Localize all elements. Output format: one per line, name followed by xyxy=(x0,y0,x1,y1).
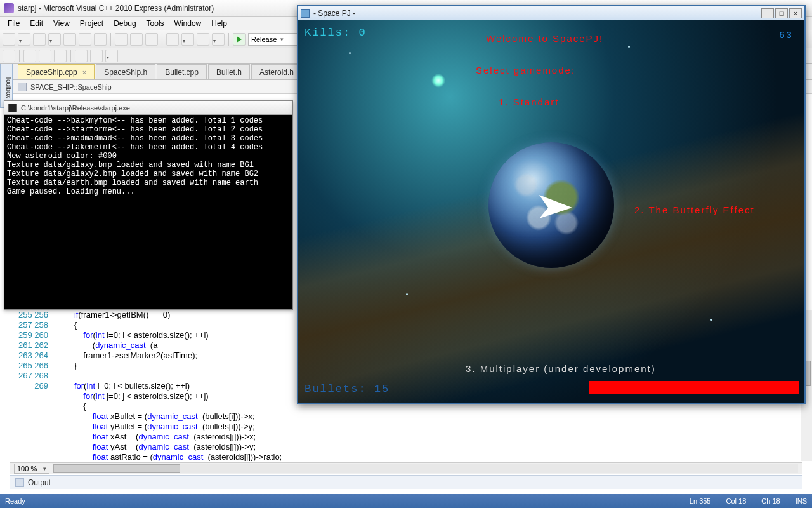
start-debug-button[interactable] xyxy=(233,33,246,46)
player-ship xyxy=(533,185,577,230)
tab-close-icon[interactable]: × xyxy=(82,69,86,76)
star xyxy=(628,46,630,48)
star xyxy=(406,293,408,295)
tool-btn[interactable] xyxy=(23,50,36,62)
game-title-text: - Space PJ - xyxy=(313,9,355,18)
tab-label: SpaceShip.h xyxy=(104,68,147,77)
output-icon xyxy=(15,478,24,487)
line-gutter: 255 256 257 258 259 260 261 262 263 264 … xyxy=(18,310,53,461)
star xyxy=(710,319,712,321)
tab-label: Bullet.h xyxy=(216,68,242,77)
console-window: C:\kondr1\starpj\Release\starpj.exe Chea… xyxy=(4,100,293,310)
editor-hscrollbar[interactable] xyxy=(53,464,798,473)
menu-project[interactable]: Project xyxy=(75,18,108,29)
game-icon xyxy=(301,9,310,18)
hud-bullets: Bullets: 15 xyxy=(304,383,390,395)
menu-tools[interactable]: Tools xyxy=(141,18,169,29)
ide-title-text: starpj - Microsoft Visual C++ 2010 Expre… xyxy=(18,4,214,13)
menu-edit[interactable]: Edit xyxy=(25,18,48,29)
game-viewport[interactable]: Kills: 0 63 Bullets: 15 Welcome to Space… xyxy=(298,20,804,403)
tab-bullet-h[interactable]: Bullet.h xyxy=(208,64,250,79)
separator xyxy=(70,50,71,62)
game-window: - Space PJ - _ □ × Kills: 0 63 Bullets: … xyxy=(297,5,806,404)
paste-button[interactable] xyxy=(145,33,158,46)
console-output: Cheat-code -->backmyfon<-- has been adde… xyxy=(4,115,292,309)
save-button[interactable] xyxy=(79,33,91,46)
indent-button[interactable] xyxy=(75,50,88,62)
add-dropdown[interactable] xyxy=(48,33,61,46)
scope-text: SPACE_SHIP::SpaceShip xyxy=(30,83,112,91)
copy-button[interactable] xyxy=(130,33,143,46)
output-panel-tab[interactable]: Output xyxy=(10,475,802,489)
tool-btn[interactable] xyxy=(39,50,51,62)
menu-window[interactable]: Window xyxy=(169,18,207,29)
tab-label: Bullet.cpp xyxy=(165,68,199,77)
new-project-button[interactable] xyxy=(3,33,15,46)
tab-spaceship-cpp[interactable]: SpaceShip.cpp × xyxy=(18,64,95,79)
tool-dropdown[interactable] xyxy=(105,50,118,62)
tool-btn[interactable] xyxy=(3,50,15,62)
output-label: Output xyxy=(28,478,51,487)
tab-asteroid-h[interactable]: Asteroid.h xyxy=(251,64,302,79)
menu-view[interactable]: View xyxy=(48,18,75,29)
save-all-button[interactable] xyxy=(94,33,107,46)
undo-button[interactable] xyxy=(166,33,179,46)
separator xyxy=(228,33,229,46)
separator xyxy=(110,33,111,46)
tool-btn[interactable] xyxy=(54,50,67,62)
console-title-text: C:\kondr1\starpj\Release\starpj.exe xyxy=(21,104,130,112)
separator xyxy=(162,33,162,46)
health-bar xyxy=(589,381,799,394)
tab-bullet-cpp[interactable]: Bullet.cpp xyxy=(157,64,207,79)
console-titlebar[interactable]: C:\kondr1\starpj\Release\starpj.exe xyxy=(4,101,292,115)
config-combo[interactable]: Release xyxy=(248,33,298,46)
console-icon xyxy=(8,104,17,112)
statusbar: Ready Ln 355 Col 18 Ch 18 INS xyxy=(0,494,812,508)
star xyxy=(349,52,351,54)
menu-opt-multiplayer[interactable]: 3. Multiplayer (under development) xyxy=(466,363,656,374)
scroll-thumb[interactable] xyxy=(53,464,180,473)
zoom-combo[interactable]: 100 % xyxy=(14,464,49,474)
menu-opt-butterfly[interactable]: 2. The Butterfly Effect xyxy=(634,204,755,215)
game-titlebar[interactable]: - Space PJ - _ □ × xyxy=(298,6,804,20)
close-button[interactable]: × xyxy=(789,8,802,18)
status-ch: Ch 18 xyxy=(761,497,780,505)
cut-button[interactable] xyxy=(115,33,128,46)
menu-file[interactable]: File xyxy=(3,18,25,29)
maximize-button[interactable]: □ xyxy=(775,8,788,18)
menu-help[interactable]: Help xyxy=(206,18,232,29)
redo-button[interactable] xyxy=(197,33,209,46)
minimize-button[interactable]: _ xyxy=(761,8,774,18)
menu-select: Select gamemode: xyxy=(476,65,575,76)
tab-spaceship-h[interactable]: SpaceShip.h xyxy=(96,64,155,79)
editor-footer: 100 % xyxy=(10,462,802,474)
vs-icon xyxy=(4,3,14,13)
svg-marker-0 xyxy=(539,195,572,218)
lens-flare xyxy=(431,74,445,88)
outdent-button[interactable] xyxy=(90,50,103,62)
redo-dropdown[interactable] xyxy=(212,33,225,46)
status-line: Ln 355 xyxy=(690,497,711,505)
scope-icon xyxy=(18,83,27,91)
add-item-button[interactable] xyxy=(33,33,46,46)
tab-label: SpaceShip.cpp xyxy=(26,68,77,77)
hud-fps: 63 xyxy=(779,30,793,41)
tab-label: Asteroid.h xyxy=(259,68,294,77)
undo-dropdown[interactable] xyxy=(181,33,194,46)
status-col: Col 18 xyxy=(726,497,747,505)
menu-debug[interactable]: Debug xyxy=(108,18,141,29)
status-ins: INS xyxy=(796,497,807,505)
separator xyxy=(19,50,20,62)
menu-opt-standart[interactable]: 1. Standart xyxy=(499,97,559,107)
status-ready: Ready xyxy=(5,497,25,505)
hud-kills: Kills: 0 xyxy=(304,27,367,39)
menu-welcome: Welcome to SpacePJ! xyxy=(486,33,603,44)
open-button[interactable] xyxy=(63,33,76,46)
new-dropdown[interactable] xyxy=(18,33,30,46)
